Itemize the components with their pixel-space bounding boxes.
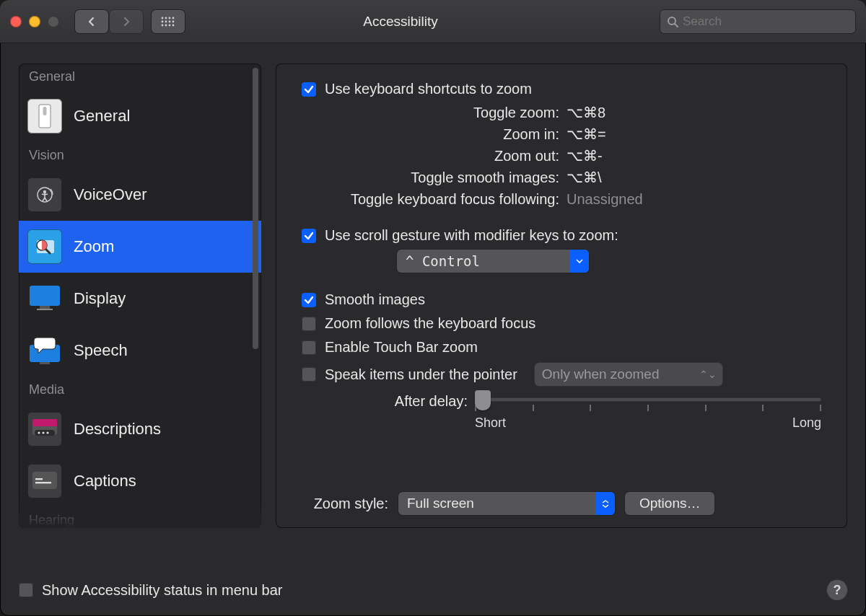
checkbox-label: Use scroll gesture with modifier keys to… bbox=[325, 227, 618, 244]
after-delay-label: After delay: bbox=[302, 392, 475, 410]
svg-rect-32 bbox=[35, 482, 51, 483]
smooth-images-checkbox[interactable]: Smooth images bbox=[302, 291, 821, 308]
svg-rect-25 bbox=[32, 419, 57, 426]
speech-icon bbox=[27, 333, 62, 368]
svg-point-29 bbox=[46, 431, 48, 434]
general-icon bbox=[27, 99, 62, 133]
sidebar-item-label: Speech bbox=[74, 341, 128, 360]
checkbox-icon bbox=[19, 583, 33, 597]
descriptions-icon bbox=[27, 412, 62, 446]
select-value: ^ Control bbox=[406, 253, 480, 269]
checkbox-label: Zoom follows the keyboard focus bbox=[325, 315, 535, 332]
sidebar-section-media: Media bbox=[19, 377, 261, 403]
sidebar-item-general[interactable]: General bbox=[19, 90, 261, 142]
captions-icon bbox=[27, 464, 62, 498]
svg-rect-19 bbox=[30, 286, 60, 306]
slider-min-label: Short bbox=[475, 415, 506, 431]
sidebar-item-label: Display bbox=[74, 289, 126, 308]
sidebar-item-label: Zoom bbox=[74, 237, 114, 256]
options-button[interactable]: Options… bbox=[625, 492, 714, 515]
slider-max-label: Long bbox=[792, 415, 821, 431]
after-delay-slider[interactable]: Short Long bbox=[475, 392, 821, 431]
sidebar-section-vision: Vision bbox=[19, 142, 261, 169]
chevron-down-icon bbox=[570, 250, 589, 273]
forward-button[interactable] bbox=[110, 10, 143, 33]
chevron-updown-icon: ⌃⌄ bbox=[699, 369, 717, 380]
shortcut-value: ⌥⌘8 bbox=[567, 104, 605, 121]
chevron-updown-icon bbox=[596, 492, 615, 515]
checkbox-label: Show Accessibility status in menu bar bbox=[42, 582, 283, 599]
display-icon bbox=[27, 281, 62, 316]
use-keyboard-shortcuts-checkbox[interactable]: Use keyboard shortcuts to zoom bbox=[302, 81, 821, 97]
select-value: Full screen bbox=[407, 496, 474, 511]
shortcut-label: Toggle keyboard focus following: bbox=[325, 191, 567, 208]
titlebar: Accessibility bbox=[0, 0, 866, 43]
sidebar-item-label: Descriptions bbox=[74, 420, 161, 439]
window-controls bbox=[10, 16, 59, 27]
zoom-icon bbox=[27, 229, 62, 264]
svg-rect-30 bbox=[32, 472, 57, 489]
sidebar-item-zoom[interactable]: Zoom bbox=[19, 221, 261, 273]
shortcut-value: ⌥⌘= bbox=[567, 126, 606, 143]
search-input[interactable] bbox=[683, 14, 849, 29]
zoom-follows-focus-checkbox[interactable]: Zoom follows the keyboard focus bbox=[302, 315, 821, 332]
checkbox-label: Speak items under the pointer bbox=[325, 366, 517, 383]
shortcut-label: Toggle zoom: bbox=[325, 105, 567, 121]
speak-under-pointer-checkbox[interactable]: Speak items under the pointer Only when … bbox=[302, 363, 821, 386]
sidebar-item-label: Captions bbox=[74, 472, 136, 490]
svg-rect-31 bbox=[35, 478, 43, 480]
search-field[interactable] bbox=[660, 9, 856, 34]
shortcut-value: ⌥⌘- bbox=[567, 147, 603, 164]
shortcut-value: Unassigned bbox=[567, 191, 643, 208]
close-window-button[interactable] bbox=[10, 16, 22, 27]
svg-rect-23 bbox=[40, 362, 50, 364]
settings-panel: Use keyboard shortcuts to zoom Toggle zo… bbox=[276, 63, 847, 528]
checkbox-icon bbox=[302, 82, 316, 97]
checkbox-icon bbox=[302, 340, 316, 355]
sidebar-item-speech[interactable]: Speech bbox=[19, 325, 261, 377]
sidebar-item-label: VoiceOver bbox=[74, 185, 147, 204]
svg-rect-26 bbox=[35, 430, 55, 436]
checkbox-label: Use keyboard shortcuts to zoom bbox=[325, 81, 532, 97]
back-button[interactable] bbox=[75, 10, 108, 33]
zoom-window-button[interactable] bbox=[48, 16, 59, 27]
svg-rect-14 bbox=[43, 107, 47, 115]
scroll-gesture-checkbox[interactable]: Use scroll gesture with modifier keys to… bbox=[302, 227, 821, 244]
window-title: Accessibility bbox=[141, 14, 660, 30]
sidebar-item-label: General bbox=[74, 107, 130, 126]
zoom-style-select[interactable]: Full screen bbox=[398, 492, 615, 515]
shortcut-label: Toggle smooth images: bbox=[325, 170, 567, 186]
sidebar: General General Vision VoiceOver Zoom bbox=[19, 63, 261, 528]
zoom-style-label: Zoom style: bbox=[302, 496, 388, 512]
svg-point-27 bbox=[38, 431, 40, 434]
minimize-window-button[interactable] bbox=[29, 16, 40, 27]
select-value: Only when zoomed bbox=[542, 366, 660, 382]
svg-point-16 bbox=[43, 190, 46, 193]
checkbox-icon bbox=[302, 229, 316, 243]
checkbox-label: Smooth images bbox=[325, 291, 425, 308]
svg-point-28 bbox=[42, 431, 44, 434]
svg-rect-21 bbox=[37, 309, 53, 310]
checkbox-icon bbox=[302, 317, 316, 331]
voiceover-icon bbox=[27, 177, 62, 212]
checkbox-icon bbox=[302, 367, 316, 382]
checkbox-label: Enable Touch Bar zoom bbox=[325, 339, 478, 356]
svg-rect-20 bbox=[40, 306, 50, 309]
slider-thumb[interactable] bbox=[475, 390, 491, 410]
sidebar-section-general: General bbox=[19, 63, 261, 90]
footer: Show Accessibility status in menu bar ? bbox=[0, 564, 866, 616]
enable-touchbar-zoom-checkbox[interactable]: Enable Touch Bar zoom bbox=[302, 339, 821, 356]
modifier-key-select[interactable]: ^ Control bbox=[397, 250, 589, 273]
speak-mode-select: Only when zoomed ⌃⌄ bbox=[535, 363, 722, 386]
sidebar-item-voiceover[interactable]: VoiceOver bbox=[19, 169, 261, 221]
sidebar-item-descriptions[interactable]: Descriptions bbox=[19, 403, 261, 455]
shortcut-label: Zoom out: bbox=[325, 148, 567, 164]
sidebar-item-display[interactable]: Display bbox=[19, 273, 261, 325]
sidebar-scrollbar[interactable] bbox=[253, 68, 258, 349]
shortcut-label: Zoom in: bbox=[325, 126, 567, 143]
shortcut-value: ⌥⌘\ bbox=[567, 169, 602, 186]
help-button[interactable]: ? bbox=[827, 580, 847, 600]
checkbox-icon bbox=[302, 293, 316, 307]
show-status-menubar-checkbox[interactable]: Show Accessibility status in menu bar bbox=[19, 582, 283, 599]
